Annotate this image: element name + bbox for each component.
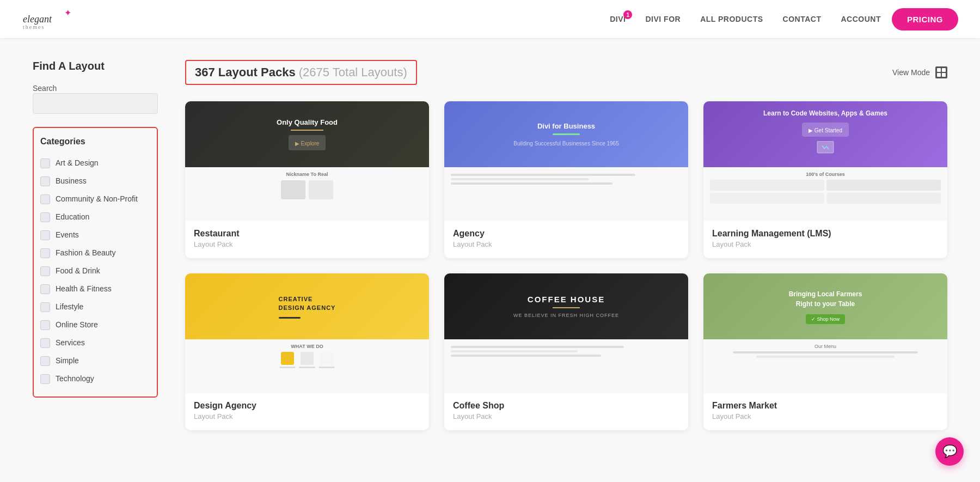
nav-divi-for[interactable]: DIVI FOR [645, 15, 681, 23]
card-restaurant[interactable]: Only Quality Food ▶ Explore Nickname To … [185, 101, 429, 258]
card-lms-info: Learning Management (LMS) Layout Pack [703, 221, 947, 258]
categories-title: Categories [40, 137, 148, 147]
category-services[interactable]: Services [40, 334, 148, 352]
search-label: Search [33, 84, 57, 93]
card-design-agency-info: Design Agency Layout Pack [185, 393, 429, 430]
cat-checkbox-fashion-beauty[interactable] [40, 248, 50, 258]
cat-checkbox-lifestyle[interactable] [40, 302, 50, 312]
card-lms[interactable]: Learn to Code Websites, Apps & Games ▶ G… [703, 101, 947, 258]
category-events[interactable]: Events [40, 226, 148, 244]
category-technology[interactable]: Technology [40, 370, 148, 388]
card-agency-info: Agency Layout Pack [444, 221, 688, 258]
cards-grid: Only Quality Food ▶ Explore Nickname To … [185, 101, 947, 430]
category-community[interactable]: Community & Non-Profit [40, 190, 148, 208]
card-farmers-market-image: Bringing Local FarmersRight to your Tabl… [703, 273, 947, 393]
chat-icon: 💬 [942, 444, 957, 452]
nav-divi[interactable]: DIVI 1 [610, 15, 626, 23]
category-food-drink[interactable]: Food & Drink [40, 262, 148, 280]
card-farmers-market-info: Farmers Market Layout Pack [703, 393, 947, 430]
grid-view-icon[interactable] [935, 66, 947, 78]
card-lms-image: Learn to Code Websites, Apps & Games ▶ G… [703, 101, 947, 221]
svg-text:themes: themes [23, 24, 45, 30]
categories-box: Categories Art & Design Business Communi… [33, 127, 158, 398]
sidebar-title: Find A Layout [33, 60, 158, 72]
cat-label-technology: Technology [56, 374, 94, 383]
card-farmers-market[interactable]: Bringing Local FarmersRight to your Tabl… [703, 273, 947, 430]
cat-label-health-fitness: Health & Fitness [56, 284, 112, 294]
page-container: Find A Layout Search Categories Art & De… [0, 38, 980, 452]
cat-checkbox-events[interactable] [40, 230, 50, 240]
cat-label-business: Business [56, 176, 87, 186]
main-nav: DIVI 1 DIVI FOR ALL PRODUCTS CONTACT ACC… [610, 15, 881, 23]
logo-svg: elegant themes ✦ [22, 8, 87, 30]
category-simple[interactable]: Simple [40, 352, 148, 370]
cat-label-community: Community & Non-Profit [56, 194, 138, 204]
search-input[interactable] [33, 93, 158, 114]
card-agency-image: Divi for Business Building Successful Bu… [444, 101, 688, 221]
view-mode: View Mode [892, 66, 947, 78]
category-fashion-beauty[interactable]: Fashion & Beauty [40, 244, 148, 262]
cat-label-simple: Simple [56, 356, 79, 365]
cat-label-food-drink: Food & Drink [56, 266, 100, 276]
cat-checkbox-health-fitness[interactable] [40, 284, 50, 294]
cat-label-events: Events [56, 230, 79, 240]
card-coffee-shop[interactable]: COFFEE HOUSE We Believe in Fresh High Co… [444, 273, 688, 430]
header: elegant themes ✦ DIVI 1 DIVI FOR ALL PRO… [0, 0, 980, 38]
cat-checkbox-simple[interactable] [40, 356, 50, 366]
cat-label-art-design: Art & Design [56, 158, 99, 168]
card-design-agency[interactable]: CREATIVEDESIGN AGENCY WHAT WE DO [185, 273, 429, 430]
svg-text:✦: ✦ [64, 8, 71, 17]
card-design-agency-image: CREATIVEDESIGN AGENCY WHAT WE DO [185, 273, 429, 393]
category-education[interactable]: Education [40, 208, 148, 226]
nav-contact[interactable]: CONTACT [783, 15, 822, 23]
cat-checkbox-services[interactable] [40, 338, 50, 348]
card-agency[interactable]: Divi for Business Building Successful Bu… [444, 101, 688, 258]
cat-checkbox-technology[interactable] [40, 374, 50, 384]
layout-count: 367 Layout Packs (2675 Total Layouts) [195, 65, 407, 79]
logo[interactable]: elegant themes ✦ [22, 8, 87, 30]
category-art-design[interactable]: Art & Design [40, 154, 148, 172]
card-restaurant-image: Only Quality Food ▶ Explore Nickname To … [185, 101, 429, 221]
cat-label-fashion-beauty: Fashion & Beauty [56, 248, 116, 258]
category-lifestyle[interactable]: Lifestyle [40, 298, 148, 316]
category-business[interactable]: Business [40, 172, 148, 190]
nav-all-products[interactable]: ALL PRODUCTS [700, 15, 763, 23]
cat-label-education: Education [56, 212, 89, 222]
card-restaurant-info: Restaurant Layout Pack [185, 221, 429, 258]
cat-label-lifestyle: Lifestyle [56, 302, 83, 312]
svg-text:elegant: elegant [23, 14, 52, 25]
divi-badge: 1 [623, 10, 632, 19]
cat-checkbox-food-drink[interactable] [40, 266, 50, 276]
cat-checkbox-community[interactable] [40, 194, 50, 204]
card-coffee-shop-image: COFFEE HOUSE We Believe in Fresh High Co… [444, 273, 688, 393]
sidebar: Find A Layout Search Categories Art & De… [33, 60, 158, 430]
cat-label-services: Services [56, 338, 85, 347]
cat-checkbox-business[interactable] [40, 176, 50, 186]
cat-checkbox-education[interactable] [40, 212, 50, 222]
main-content: 367 Layout Packs (2675 Total Layouts) Vi… [185, 60, 947, 430]
cat-label-online-store: Online Store [56, 320, 98, 330]
nav-account[interactable]: ACCOUNT [841, 15, 881, 23]
card-coffee-shop-info: Coffee Shop Layout Pack [444, 393, 688, 430]
main-header: 367 Layout Packs (2675 Total Layouts) Vi… [185, 60, 947, 85]
layout-count-box: 367 Layout Packs (2675 Total Layouts) [185, 60, 417, 85]
category-online-store[interactable]: Online Store [40, 316, 148, 334]
pricing-button[interactable]: PRICING [892, 8, 958, 30]
cat-checkbox-online-store[interactable] [40, 320, 50, 330]
cat-checkbox-art-design[interactable] [40, 158, 50, 168]
category-health-fitness[interactable]: Health & Fitness [40, 280, 148, 298]
